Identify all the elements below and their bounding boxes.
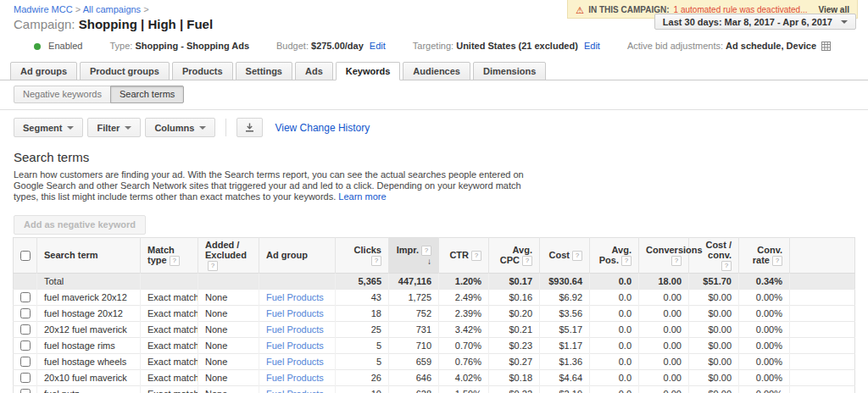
help-icon[interactable]: ? bbox=[471, 251, 481, 261]
help-icon[interactable]: ? bbox=[721, 261, 732, 271]
breadcrumb-separator: > bbox=[143, 4, 148, 14]
cell-avg_pos: 0.0 bbox=[590, 385, 639, 393]
ad-group-link[interactable]: Fuel Products bbox=[266, 373, 324, 383]
cell-ctr: 0.76% bbox=[439, 353, 489, 369]
help-icon[interactable]: ? bbox=[208, 261, 218, 271]
ad-group-link[interactable]: Fuel Products bbox=[266, 340, 324, 351]
col-header-label: Conversions bbox=[646, 245, 703, 255]
col-header-impr[interactable]: Impr.?↓ bbox=[389, 237, 439, 273]
subtab-negative-keywords[interactable]: Negative keywords bbox=[14, 86, 111, 103]
ad-group-link[interactable]: Fuel Products bbox=[266, 292, 324, 302]
cell-avg_cpc: $0.22 bbox=[489, 385, 540, 393]
row-checkbox[interactable] bbox=[20, 292, 31, 302]
cell-ad_group: Fuel Products bbox=[259, 321, 336, 337]
tab-dimensions[interactable]: Dimensions bbox=[473, 62, 546, 80]
col-header-avg-cpc[interactable]: Avg. CPC? bbox=[489, 237, 540, 273]
col-header-avg-pos[interactable]: Avg. Pos.? bbox=[590, 237, 639, 273]
cell-impr: 646 bbox=[389, 369, 439, 385]
row-checkbox[interactable] bbox=[20, 373, 31, 383]
cell-conversions: 0.00 bbox=[639, 289, 689, 305]
spacer-cell bbox=[790, 273, 855, 289]
tab-settings[interactable]: Settings bbox=[236, 62, 292, 80]
ad-group-link[interactable]: Fuel Products bbox=[266, 389, 324, 393]
cell-term: fuel hostage rims bbox=[37, 337, 141, 353]
row-checkbox[interactable] bbox=[20, 357, 31, 367]
tab-product-groups[interactable]: Product groups bbox=[80, 62, 170, 80]
columns-button-label: Columns bbox=[154, 123, 194, 133]
col-header-conversions[interactable]: Conversions? bbox=[639, 237, 689, 273]
tab-ads[interactable]: Ads bbox=[295, 62, 333, 80]
help-icon[interactable]: ? bbox=[772, 256, 782, 266]
cell-added_excluded: None bbox=[198, 385, 259, 393]
total-impr: 447,116 bbox=[389, 273, 439, 289]
view-change-history-link[interactable]: View Change History bbox=[275, 122, 370, 134]
row-checkbox[interactable] bbox=[20, 340, 31, 351]
ad-group-link[interactable]: Fuel Products bbox=[266, 308, 324, 318]
tab-keywords[interactable]: Keywords bbox=[336, 62, 401, 80]
cell-match_type: Exact match bbox=[141, 337, 198, 353]
col-header-ad-group[interactable]: Ad group bbox=[259, 237, 336, 273]
tab-products[interactable]: Products bbox=[172, 62, 233, 80]
campaign-title-label: Campaign: bbox=[14, 17, 75, 31]
download-button[interactable] bbox=[236, 118, 263, 137]
col-header-label: Clicks bbox=[354, 245, 381, 255]
cell-ad_group: Fuel Products bbox=[259, 353, 336, 369]
table-row: fuel hostage rimsExact matchNoneFuel Pro… bbox=[14, 337, 855, 353]
col-header-conv-rate[interactable]: Conv. rate? bbox=[739, 237, 790, 273]
tab-audiences[interactable]: Audiences bbox=[403, 62, 470, 80]
schedule-grid-icon[interactable] bbox=[821, 42, 831, 51]
cell-ctr: 0.70% bbox=[439, 337, 489, 353]
columns-button[interactable]: Columns bbox=[145, 118, 215, 137]
breadcrumb-account-link[interactable]: Madwire MCC bbox=[14, 4, 73, 14]
tab-ad-groups[interactable]: Ad groups bbox=[10, 62, 77, 80]
cell-conversions: 0.00 bbox=[639, 337, 689, 353]
total-avg_pos: 0.0 bbox=[590, 273, 639, 289]
subtab-search-terms[interactable]: Search terms bbox=[110, 86, 184, 103]
help-icon[interactable]: ? bbox=[170, 256, 180, 266]
help-icon[interactable]: ? bbox=[522, 256, 532, 266]
toolbar-divider bbox=[225, 119, 226, 136]
col-header-ctr[interactable]: CTR? bbox=[439, 237, 489, 273]
spacer-cell bbox=[790, 353, 855, 369]
row-checkbox[interactable] bbox=[20, 389, 31, 393]
ad-group-link[interactable]: Fuel Products bbox=[266, 357, 324, 367]
select-all-checkbox[interactable] bbox=[20, 251, 31, 261]
col-header-match-type[interactable]: Match type? bbox=[141, 237, 198, 273]
help-icon[interactable]: ? bbox=[421, 246, 431, 256]
learn-more-link[interactable]: Learn more bbox=[338, 191, 386, 202]
add-negative-keyword-button[interactable]: Add as negative keyword bbox=[14, 215, 146, 235]
cell-cost_conv: $0.00 bbox=[689, 321, 739, 337]
ad-group-link[interactable]: Fuel Products bbox=[266, 324, 324, 335]
row-checkbox-cell bbox=[14, 369, 37, 385]
col-header-search-term[interactable]: Search term bbox=[37, 237, 141, 273]
row-checkbox[interactable] bbox=[20, 308, 31, 318]
col-header-cost-conv[interactable]: Cost / conv.? bbox=[689, 237, 739, 273]
targeting-edit-link[interactable]: Edit bbox=[584, 41, 600, 51]
col-header-added-excluded[interactable]: Added / Excluded? bbox=[198, 237, 259, 273]
total-row: Total5,365447,1161.20%$0.17$930.640.018.… bbox=[14, 273, 855, 289]
status-enabled[interactable]: Enabled bbox=[34, 41, 82, 51]
help-icon[interactable]: ? bbox=[621, 256, 632, 266]
campaign-name: Shopping | High | Fuel bbox=[79, 17, 213, 31]
date-range-selector[interactable]: Last 30 days: Mar 8, 2017 - Apr 6, 2017 bbox=[654, 14, 856, 30]
cell-cost: $2.19 bbox=[540, 385, 590, 393]
section-heading: Search terms bbox=[14, 150, 854, 164]
budget-edit-link[interactable]: Edit bbox=[370, 41, 386, 51]
row-checkbox[interactable] bbox=[20, 324, 31, 335]
cell-conversions: 0.00 bbox=[639, 385, 689, 393]
cell-cost_conv: $0.00 bbox=[689, 337, 739, 353]
help-icon[interactable]: ? bbox=[572, 251, 582, 261]
filter-button[interactable]: Filter bbox=[87, 118, 141, 137]
segment-button[interactable]: Segment bbox=[14, 118, 83, 137]
col-header-cost[interactable]: Cost? bbox=[540, 237, 590, 273]
breadcrumb-all-campaigns-link[interactable]: All campaigns bbox=[83, 4, 141, 14]
total-checkbox-cell bbox=[14, 273, 37, 289]
bid-adjustments-label: Active bid adjustments: bbox=[627, 41, 723, 51]
budget-value: $275.00/day bbox=[311, 41, 364, 51]
cell-ctr: 4.02% bbox=[439, 369, 489, 385]
col-header-clicks[interactable]: Clicks? bbox=[336, 237, 389, 273]
cell-cost: $5.17 bbox=[540, 321, 590, 337]
help-icon[interactable]: ? bbox=[371, 256, 381, 266]
help-icon[interactable]: ? bbox=[671, 256, 682, 266]
targeting-value: United States (21 excluded) bbox=[456, 41, 578, 51]
